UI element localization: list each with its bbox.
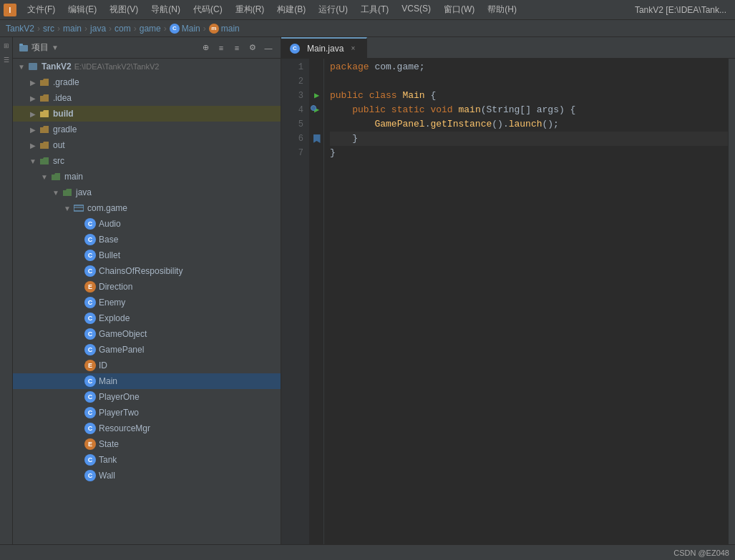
menu-view[interactable]: 视图(V)	[104, 2, 144, 17]
code-area[interactable]: package com.game; public class Main { pu…	[324, 59, 728, 544]
menu-window[interactable]: 窗口(W)	[438, 2, 480, 17]
editor-tabs: C Main.java ×	[281, 37, 735, 59]
left-toolbar-btn-2[interactable]: ☰	[1, 54, 12, 66]
tree-item-src[interactable]: src	[13, 153, 281, 169]
gutter-line-1	[310, 60, 323, 74]
tree-arrow-main-folder[interactable]	[39, 171, 50, 182]
menu-tools[interactable]: 工具(T)	[355, 2, 394, 17]
tree-item-main-class[interactable]: C Main	[13, 373, 281, 389]
tree-item-wall[interactable]: C Wall	[13, 468, 281, 483]
menu-file[interactable]: 文件(F)	[21, 2, 61, 17]
sidebar-action-collapse[interactable]: ≡	[215, 41, 228, 54]
tree-item-gameobject[interactable]: C GameObject	[13, 326, 281, 342]
tab-close-button[interactable]: ×	[348, 44, 358, 54]
tree-arrow-build[interactable]	[27, 108, 39, 119]
tree-label-tankv2: TankV2	[42, 62, 72, 72]
sidebar-action-locate[interactable]: ⊕	[199, 41, 212, 54]
sidebar-action-settings[interactable]: ⚙	[246, 41, 259, 54]
sidebar-action-expand[interactable]: ≡	[230, 41, 243, 54]
sidebar-dropdown-icon[interactable]: ▼	[52, 44, 59, 51]
tree-item-main-folder[interactable]: main	[13, 169, 281, 185]
breadcrumb-src[interactable]: src	[43, 24, 54, 34]
breadcrumb: TankV2 › src › main › java › com › game …	[0, 20, 735, 37]
tree-arrow-gradle[interactable]	[27, 77, 39, 88]
breadcrumb-main[interactable]: main	[63, 24, 82, 34]
tree-item-bullet[interactable]: C Bullet	[13, 247, 281, 263]
tree-item-base[interactable]: C Base	[13, 232, 281, 247]
tree-arrow-idea[interactable]	[27, 92, 39, 104]
class-icon-enemy: C	[84, 297, 96, 308]
tree-item-comgame[interactable]: com.game	[13, 200, 281, 216]
tree-item-build[interactable]: build	[13, 106, 281, 122]
class-icon-explode: C	[84, 313, 96, 324]
tree-arrow-java[interactable]	[50, 187, 62, 198]
tree-label-gradle: .gradle	[53, 77, 79, 87]
gutter-run-3[interactable]: ▶	[310, 89, 323, 103]
tree-arrow-tankv2[interactable]	[16, 61, 27, 72]
class-icon-gameobject: C	[84, 328, 96, 340]
tree-item-playerone[interactable]: C PlayerOne	[13, 389, 281, 405]
class-icon-resourcemgr: C	[84, 423, 96, 434]
menu-help[interactable]: 帮助(H)	[482, 2, 522, 17]
tree-item-gradle2[interactable]: gradle	[13, 122, 281, 137]
editor-tab-mainjava[interactable]: C Main.java ×	[281, 37, 367, 58]
breadcrumb-method-main[interactable]: main	[221, 24, 240, 34]
tree-item-state[interactable]: E State	[13, 436, 281, 452]
tree-label-playerone: PlayerOne	[99, 392, 140, 402]
class-icon-tank: C	[84, 454, 96, 466]
breadcrumb-class-main[interactable]: Main	[182, 24, 200, 34]
breadcrumb-com[interactable]: com	[115, 24, 131, 34]
tree-item-direction[interactable]: E Direction	[13, 279, 281, 295]
code-line-6: }	[330, 132, 728, 146]
line-num-5: 5	[287, 117, 303, 132]
left-toolbar-btn-1[interactable]: ⊞	[1, 40, 12, 51]
window-title: TankV2 [E:\IDEA\Tank...	[635, 5, 732, 15]
breadcrumb-class-icon: C	[170, 24, 180, 34]
tree-item-java[interactable]: java	[13, 185, 281, 200]
class-icon-bullet: C	[84, 250, 96, 261]
tree-item-out[interactable]: out	[13, 137, 281, 153]
tree-item-chains[interactable]: C ChainsOfResposibility	[13, 263, 281, 279]
sidebar-action-minimize[interactable]: —	[262, 41, 275, 54]
class-icon-gamepanel: C	[84, 344, 96, 355]
tree-arrow-gradle2[interactable]	[27, 124, 39, 135]
tree-item-gradle[interactable]: .gradle	[13, 74, 281, 90]
breadcrumb-tankv2[interactable]: TankV2	[6, 24, 34, 34]
gutter-run-4[interactable]: ▶	[310, 103, 323, 117]
tree-item-idea[interactable]: .idea	[13, 90, 281, 106]
tree-item-id[interactable]: E ID	[13, 358, 281, 373]
menu-vcs[interactable]: VCS(S)	[396, 2, 437, 17]
menu-edit[interactable]: 编辑(E)	[62, 2, 102, 17]
menu-build[interactable]: 构建(B)	[271, 2, 311, 17]
tree-item-playertwo[interactable]: C PlayerTwo	[13, 405, 281, 421]
line-num-1: 1	[287, 60, 303, 74]
breadcrumb-method-icon: m	[209, 24, 219, 34]
tree-arrow-src[interactable]	[27, 155, 39, 167]
sidebar-title: 项目	[31, 41, 49, 54]
tree-label-tankv2-path: E:\IDEA\TankV2\TankV2	[74, 62, 160, 71]
gutter-bookmark-6[interactable]	[310, 132, 323, 146]
tree-item-enemy[interactable]: C Enemy	[13, 295, 281, 310]
menu-code[interactable]: 代码(C)	[188, 2, 228, 17]
tree-item-tankv2[interactable]: TankV2 E:\IDEA\TankV2\TankV2	[13, 59, 281, 74]
class-icon-audio: C	[84, 218, 96, 230]
class-icon-playertwo: C	[84, 407, 96, 418]
folder-icon-src	[39, 155, 50, 167]
tree-item-tank[interactable]: C Tank	[13, 452, 281, 468]
menu-navigate[interactable]: 导航(N)	[145, 2, 186, 17]
gutter: ▶ ▶	[310, 59, 324, 544]
tree-item-gamepanel[interactable]: C GamePanel	[13, 342, 281, 358]
breadcrumb-game[interactable]: game	[140, 24, 161, 34]
editor-scrollbar[interactable]	[728, 59, 735, 544]
folder-icon-build	[39, 108, 50, 119]
code-line-7: }	[330, 146, 728, 160]
tree-item-audio[interactable]: C Audio	[13, 216, 281, 232]
menu-refactor[interactable]: 重构(R)	[230, 2, 271, 17]
breadcrumb-java[interactable]: java	[90, 24, 106, 34]
svg-rect-5	[74, 205, 84, 211]
menu-run[interactable]: 运行(U)	[313, 2, 354, 17]
tree-item-explode[interactable]: C Explode	[13, 310, 281, 326]
tree-arrow-comgame[interactable]	[62, 202, 73, 214]
tree-arrow-out[interactable]	[27, 139, 39, 151]
tree-item-resourcemgr[interactable]: C ResourceMgr	[13, 421, 281, 436]
